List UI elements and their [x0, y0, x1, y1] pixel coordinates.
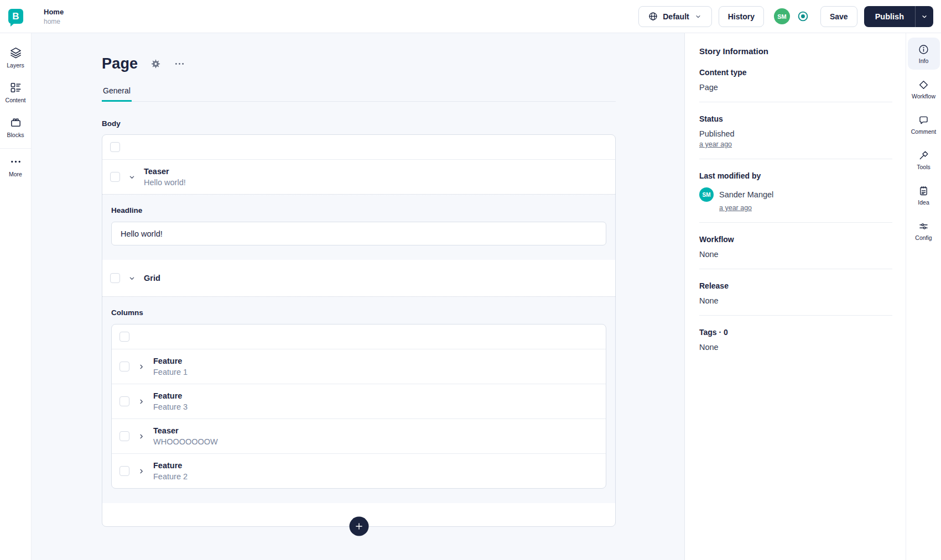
- more-icon: [9, 155, 22, 168]
- toolbar-item-comment[interactable]: Comment: [908, 108, 940, 140]
- block-preview: Feature 2: [153, 472, 188, 481]
- workflow-label: Workflow: [699, 235, 892, 244]
- expand-toggle[interactable]: [137, 362, 146, 371]
- expand-toggle[interactable]: [137, 432, 146, 441]
- select-checkbox[interactable]: [110, 142, 120, 152]
- idea-icon: [918, 185, 929, 197]
- save-button[interactable]: Save: [820, 6, 857, 27]
- ellipsis-icon: [174, 58, 185, 70]
- avatar-initials: SM: [777, 13, 787, 20]
- sidebar-item-content[interactable]: Content: [0, 75, 31, 109]
- block-type: Feature: [153, 461, 188, 470]
- plus-icon: [353, 521, 364, 532]
- block-preview: Feature 3: [153, 402, 188, 411]
- editor-main: Page General Body: [32, 33, 684, 560]
- block-meta: Feature Feature 1: [153, 357, 188, 376]
- language-selector[interactable]: Default: [638, 6, 711, 27]
- collapse-toggle[interactable]: [127, 172, 137, 182]
- content-type-label: Content type: [699, 68, 892, 77]
- select-checkbox[interactable]: [110, 172, 120, 182]
- release-value: None: [699, 296, 892, 305]
- history-button[interactable]: History: [719, 6, 764, 27]
- publish-label: Publish: [875, 12, 904, 21]
- block-meta: Grid: [144, 274, 160, 282]
- select-checkbox[interactable]: [119, 466, 129, 476]
- block-row-grid[interactable]: Grid: [102, 260, 615, 296]
- select-checkbox[interactable]: [119, 362, 129, 371]
- toolbar-item-label: Workflow: [912, 93, 935, 100]
- save-label: Save: [830, 12, 848, 21]
- comment-icon: [918, 114, 929, 126]
- divider: [699, 102, 892, 102]
- divider: [699, 315, 892, 316]
- block-row-teaser-2[interactable]: Teaser WHOOOOOOOW: [112, 419, 606, 453]
- sidebar-item-more[interactable]: More: [0, 149, 31, 184]
- sidebar-item-blocks[interactable]: Blocks: [0, 109, 31, 144]
- select-checkbox[interactable]: [110, 273, 120, 283]
- toolbar-item-idea[interactable]: Idea: [908, 179, 940, 211]
- headline-input[interactable]: [111, 222, 606, 245]
- select-checkbox[interactable]: [119, 396, 129, 406]
- block-type: Teaser: [153, 426, 218, 435]
- block-row-feature-1[interactable]: Feature Feature 1: [112, 349, 606, 384]
- toolbar-item-tools[interactable]: Tools: [908, 144, 940, 176]
- globe-icon: [648, 11, 658, 22]
- sidebar-item-label: Content: [6, 97, 26, 103]
- workflow-value: None: [699, 250, 892, 259]
- tools-icon: [918, 150, 929, 161]
- visual-editor-toggle[interactable]: [797, 10, 809, 23]
- panel-title: Story Information: [699, 46, 892, 56]
- chevron-right-icon: [137, 432, 146, 441]
- history-label: History: [728, 12, 755, 21]
- avatar-initials: SM: [703, 192, 711, 198]
- page-title: Page: [102, 55, 138, 72]
- block-meta: Teaser Hello world!: [144, 167, 186, 187]
- block-row-feature-3[interactable]: Feature Feature 3: [112, 384, 606, 418]
- block-type: Teaser: [144, 167, 186, 176]
- left-sidebar: Layers Content Blocks More: [0, 33, 32, 560]
- toolbar-item-workflow[interactable]: Workflow: [908, 73, 940, 105]
- logo-letter: B: [12, 11, 19, 22]
- tags-value: None: [699, 343, 892, 352]
- add-block-button[interactable]: [349, 517, 368, 536]
- gear-icon: [150, 58, 162, 70]
- more-options-button[interactable]: [174, 58, 185, 70]
- editor-title-row: Page: [102, 55, 616, 72]
- publish-button[interactable]: Publish: [864, 6, 915, 27]
- publish-split-button: Publish: [864, 6, 933, 27]
- collapse-toggle[interactable]: [127, 274, 137, 283]
- right-toolbar: Info Workflow Comment Tools Idea Config: [906, 33, 941, 560]
- logo-area: B: [0, 9, 32, 24]
- publish-dropdown-button[interactable]: [915, 6, 933, 27]
- block-preview: WHOOOOOOOW: [153, 437, 218, 446]
- sidebar-item-layers[interactable]: Layers: [0, 40, 31, 75]
- divider: [699, 159, 892, 159]
- tab-general[interactable]: General: [102, 86, 132, 102]
- user-avatar[interactable]: SM: [774, 8, 790, 24]
- storyblok-logo[interactable]: B: [8, 9, 23, 24]
- block-insert-row: [112, 325, 606, 349]
- toolbar-item-config[interactable]: Config: [908, 214, 940, 247]
- user-name: Sander Mangel: [719, 190, 773, 199]
- workflow-icon: [918, 79, 929, 91]
- block-meta: Feature Feature 3: [153, 391, 188, 411]
- block-meta: Teaser WHOOOOOOOW: [153, 426, 218, 446]
- select-checkbox[interactable]: [119, 332, 129, 342]
- settings-button[interactable]: [150, 58, 162, 70]
- toolbar-item-info[interactable]: Info: [908, 38, 940, 70]
- top-bar: B Home home Default History SM Save: [0, 0, 941, 33]
- user-avatar: SM: [699, 187, 714, 202]
- select-checkbox[interactable]: [119, 431, 129, 441]
- block-row-teaser[interactable]: Teaser Hello world!: [102, 160, 615, 194]
- block-row-feature-2[interactable]: Feature Feature 2: [112, 454, 606, 488]
- chevron-right-icon: [137, 397, 146, 406]
- expand-toggle[interactable]: [137, 397, 146, 406]
- editor-tabs: General: [102, 86, 616, 102]
- expand-toggle[interactable]: [137, 467, 146, 476]
- grid-expanded-fields: Columns Feature: [102, 297, 615, 503]
- top-bar-actions: Default History SM Save Publish: [638, 6, 941, 27]
- modified-time-link[interactable]: a year ago: [719, 204, 752, 212]
- last-modified-user-row: SM Sander Mangel: [699, 187, 892, 202]
- block-type: Grid: [144, 274, 160, 282]
- status-time-link[interactable]: a year ago: [699, 140, 732, 148]
